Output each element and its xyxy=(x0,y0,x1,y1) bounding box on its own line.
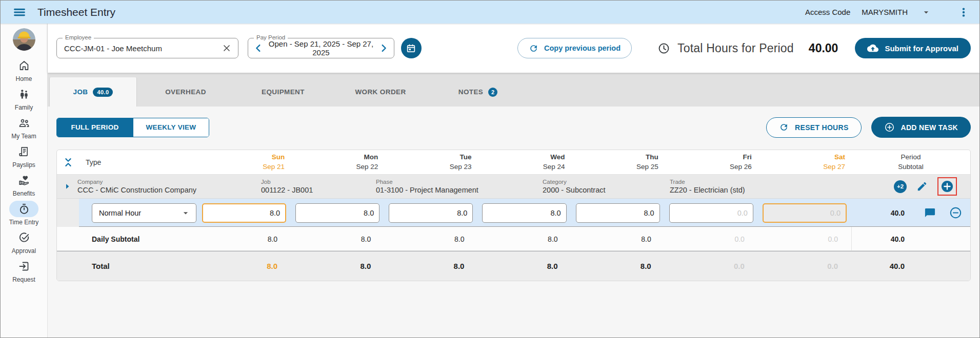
app-window: Timesheet Entry Access Code MARYSMITH xyxy=(0,0,980,338)
avatar[interactable] xyxy=(13,28,35,51)
task-trade: Trade ZZ20 - Electrician (std) xyxy=(670,179,894,194)
access-code-caret-icon[interactable] xyxy=(921,7,931,17)
view-toggle: FULL PERIOD WEEKLY VIEW xyxy=(56,118,209,137)
notes-count-badge: 2 xyxy=(488,88,497,97)
sidebar-item-my-team[interactable]: My Team xyxy=(1,115,47,143)
total-row: Total 8.0 8.0 8.0 8.0 8.0 0.0 0.0 40.0 xyxy=(57,251,970,281)
remove-row-icon[interactable] xyxy=(949,206,962,219)
refresh-icon xyxy=(529,44,538,53)
sidebar-item-benefits[interactable]: Benefits xyxy=(1,172,47,200)
table-header-row: Type SunSep 21 MonSep 22 TueSep 23 WedSe… xyxy=(57,150,970,175)
day-header-wed: WedSep 24 xyxy=(477,153,571,172)
task-category: Category 2000 - Subcontract xyxy=(543,179,670,194)
top-bar: Timesheet Entry Access Code MARYSMITH xyxy=(1,1,979,24)
daily-subtotal-row: Daily Subtotal 8.0 8.0 8.0 8.0 8.0 0.0 0… xyxy=(57,227,970,251)
sidebar-item-home[interactable]: Home xyxy=(1,57,47,86)
tab-work-order[interactable]: WORK ORDER xyxy=(332,77,429,107)
job-hours-badge: 40.0 xyxy=(93,88,113,97)
clock-icon xyxy=(657,42,670,55)
employee-field-value[interactable]: CCC-JM-01 - Joe Meetchum xyxy=(64,44,222,53)
task-phase: Phase 01-3100 - Project Management xyxy=(376,179,543,194)
access-code-value[interactable]: MARYSMITH xyxy=(862,8,908,16)
employee-field-label: Employee xyxy=(63,34,94,40)
hours-input-thu[interactable] xyxy=(576,203,660,223)
daily-subtotal-total: 40.0 xyxy=(851,227,918,251)
hours-input-wed[interactable] xyxy=(482,203,566,223)
period-total: 40.0 xyxy=(851,262,918,270)
calendar-button[interactable] xyxy=(401,38,422,58)
task-job: Job 001122 - JB001 xyxy=(261,179,376,194)
add-new-task-button[interactable]: ADD NEW TASK xyxy=(871,117,971,138)
hours-input-tue[interactable] xyxy=(389,203,473,223)
more-fields-badge[interactable]: +2 xyxy=(894,180,907,193)
timesheet-table: Type SunSep 21 MonSep 22 TueSep 23 WedSe… xyxy=(56,150,971,281)
tab-notes[interactable]: NOTES 2 xyxy=(429,77,527,107)
hours-input-fri[interactable] xyxy=(669,203,753,223)
full-period-toggle[interactable]: FULL PERIOD xyxy=(57,118,133,137)
pay-period-field-label: Pay Period xyxy=(254,34,288,40)
day-header-fri: FriSep 26 xyxy=(665,153,758,172)
page-title: Timesheet Entry xyxy=(37,6,115,18)
sidebar-item-time-entry[interactable]: Time Entry xyxy=(1,201,47,229)
day-header-tue: TueSep 23 xyxy=(384,153,477,172)
hamburger-menu-icon[interactable] xyxy=(13,6,26,19)
hours-input-mon[interactable] xyxy=(295,203,379,223)
employee-field[interactable]: Employee CCC-JM-01 - Joe Meetchum xyxy=(56,38,238,58)
home-icon xyxy=(9,57,38,74)
row-expander-icon[interactable] xyxy=(57,182,77,191)
benefits-icon xyxy=(9,172,38,188)
reset-icon xyxy=(779,122,789,132)
clear-employee-icon[interactable] xyxy=(222,43,232,53)
sidebar-item-request[interactable]: Request xyxy=(1,258,47,286)
day-header-sat: SatSep 27 xyxy=(758,153,851,172)
tab-equipment[interactable]: EQUIPMENT xyxy=(234,77,332,107)
tab-bar: JOB 40.0 OVERHEAD EQUIPMENT WORK ORDER N… xyxy=(48,73,979,107)
add-hour-type-highlight xyxy=(937,177,957,196)
hour-type-select[interactable]: Normal Hour xyxy=(92,203,196,223)
sidebar: Home Family My Team Payslips xyxy=(1,24,48,338)
row-gutter xyxy=(57,199,79,227)
my-team-icon xyxy=(9,115,38,131)
type-column-header: Type xyxy=(86,158,101,166)
payslips-icon xyxy=(9,143,38,160)
reset-hours-button[interactable]: RESET HOURS xyxy=(766,117,861,138)
day-header-sun: SunSep 21 xyxy=(197,153,291,172)
pay-period-field: Pay Period Open - Sep 21, 2025 - Sep 27,… xyxy=(248,38,394,58)
next-period-icon[interactable] xyxy=(378,43,389,54)
total-hours-label: Total Hours for Period xyxy=(677,41,794,55)
timesheet-header: Employee CCC-JM-01 - Joe Meetchum Pay Pe… xyxy=(48,24,979,73)
copy-previous-period-button[interactable]: Copy previous period xyxy=(517,38,632,58)
approval-icon xyxy=(9,229,38,246)
sidebar-item-approval[interactable]: Approval xyxy=(1,229,47,258)
tab-overhead[interactable]: OVERHEAD xyxy=(137,77,234,107)
weekly-view-toggle[interactable]: WEEKLY VIEW xyxy=(133,118,209,137)
task-company: Company CCC - CMiC Construction Company xyxy=(77,179,261,194)
total-hours-value: 40.00 xyxy=(809,41,838,55)
edit-task-icon[interactable] xyxy=(916,181,928,192)
comment-icon[interactable] xyxy=(924,207,936,219)
time-entry-icon xyxy=(9,201,38,217)
kebab-menu-icon[interactable] xyxy=(958,7,969,18)
family-icon xyxy=(9,86,38,102)
tab-job[interactable]: JOB 40.0 xyxy=(49,77,137,107)
period-subtotal-header: PeriodSubtotal xyxy=(851,153,970,172)
daily-subtotal-label: Daily Subtotal xyxy=(57,235,197,243)
hours-input-sun[interactable] xyxy=(202,203,286,223)
day-header-mon: MonSep 22 xyxy=(291,153,384,172)
task-row: Company CCC - CMiC Construction Company … xyxy=(57,175,970,199)
view-toolbar: FULL PERIOD WEEKLY VIEW RESET HOURS ADD … xyxy=(48,107,979,144)
day-header-thu: ThuSep 25 xyxy=(571,153,665,172)
pay-period-value[interactable]: Open - Sep 21, 2025 - Sep 27, 2025 xyxy=(264,39,378,57)
total-label: Total xyxy=(57,262,197,270)
access-code-label: Access Code xyxy=(805,8,850,16)
submit-for-approval-button[interactable]: Submit for Approval xyxy=(855,38,971,58)
hours-input-sat[interactable] xyxy=(763,203,847,223)
entry-row-subtotal: 40.0 xyxy=(851,209,918,217)
collapse-all-icon[interactable] xyxy=(62,156,75,169)
previous-period-icon[interactable] xyxy=(253,43,264,54)
sidebar-item-family[interactable]: Family xyxy=(1,86,47,114)
sidebar-item-payslips[interactable]: Payslips xyxy=(1,143,47,172)
plus-circle-outline-icon xyxy=(884,122,895,133)
add-hour-type-icon[interactable] xyxy=(941,180,954,193)
main-content: Employee CCC-JM-01 - Joe Meetchum Pay Pe… xyxy=(48,24,979,338)
